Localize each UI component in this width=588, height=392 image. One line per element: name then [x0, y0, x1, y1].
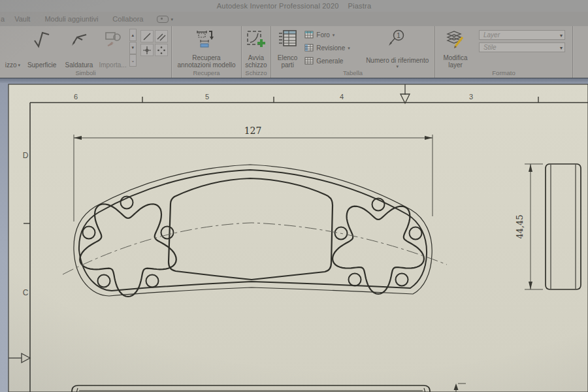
panel-label-formato[interactable]: Formato [435, 69, 572, 78]
surface-texture-icon [32, 29, 52, 49]
drawing-sheet [8, 84, 588, 392]
edit-layers-icon [445, 29, 466, 49]
ruler-left-zone-D: D [23, 151, 29, 160]
tab-collabora[interactable]: Collabora [105, 15, 150, 23]
centered-pattern-button[interactable] [155, 44, 168, 56]
start-sketch-icon [246, 29, 267, 49]
center-mark-icon [142, 46, 152, 55]
chevron-down-icon: ▾ [560, 45, 563, 51]
drawing-canvas[interactable]: 6 5 4 3 D C [0, 83, 588, 392]
panel-recupera: Recupera annotazioni modello Recupera [172, 26, 242, 78]
centerline-bisector-button[interactable] [155, 30, 168, 42]
modifica-layer-button[interactable]: Modifica layer [437, 27, 474, 69]
panel-formato: Modifica layer Layer ▾ Stile ▾ Formato [435, 26, 573, 78]
ribbon-empty-space [573, 26, 588, 78]
chevron-down-icon: ▾ [560, 33, 563, 39]
ribbon-bottom-strip [0, 78, 588, 83]
panel-label-schizzo[interactable]: Schizzo [242, 69, 270, 78]
centerline-button[interactable] [140, 30, 154, 42]
panel-schizzo: Avvia schizzo Schizzo [242, 26, 271, 78]
scroll-up-button[interactable]: ▴ [129, 29, 137, 41]
import-symbol-icon [103, 29, 123, 49]
centerline-tools-grid [140, 30, 168, 69]
ruler-top-zone-3: 3 [469, 93, 473, 101]
ribbon: izzo▾ Superficie Saldatura [0, 26, 588, 78]
foro-button[interactable]: Foro ▾ [303, 28, 362, 41]
tab-vault[interactable]: Vault [7, 15, 37, 23]
chevron-down-icon: ▾ [171, 17, 173, 22]
document-name: Piastra [348, 2, 372, 10]
ribbon-tab-bar: a Vault Moduli aggiuntivi Collabora ▾ [0, 12, 588, 26]
panel-label-tabella[interactable]: Tabella [271, 69, 434, 78]
chevron-down-icon: ▾ [18, 63, 20, 67]
dimension-width-text: 127 [244, 125, 262, 136]
table-buttons-stack: Foro ▾ Revisione ▾ [302, 27, 362, 69]
ruler-top-zone-4: 4 [340, 93, 344, 101]
revisione-button[interactable]: Revisione ▾ [303, 41, 362, 54]
recupera-annotazioni-button[interactable]: Recupera annotazioni modello [174, 27, 239, 69]
scroll-down-button[interactable]: ▾ [129, 42, 137, 54]
importa-button[interactable]: Importa... [97, 27, 127, 69]
revision-table-icon [304, 44, 314, 52]
line-icon [142, 32, 152, 41]
weld-symbol-icon [69, 29, 89, 49]
ribbon-display-options-icon [157, 16, 169, 23]
svg-text:1: 1 [397, 32, 400, 39]
sketch-symbol-label: izzo [5, 61, 17, 69]
parts-list-icon [278, 29, 297, 48]
balloon-icon: 1 [386, 29, 408, 48]
layer-dropdown[interactable]: Layer ▾ [479, 30, 565, 40]
double-line-icon [157, 32, 166, 41]
ruler-left-zone-C: C [23, 288, 29, 297]
tab-clipped[interactable]: a [0, 15, 7, 23]
title-bar: Autodesk Inventor Professional 2020 Pias… [0, 0, 588, 12]
stile-dropdown[interactable]: Stile ▾ [479, 42, 565, 52]
generale-button[interactable]: Generale [303, 54, 362, 67]
panel-label-recupera[interactable]: Recupera [172, 69, 241, 78]
panel-simboli: izzo▾ Superficie Saldatura [0, 26, 172, 78]
chevron-down-icon: ▾ [333, 33, 335, 37]
app-title: Autodesk Inventor Professional 2020 [217, 2, 339, 10]
panel-expand-button[interactable]: ⌄ [129, 54, 137, 67]
general-table-icon [304, 57, 314, 65]
ruler-top-zone-6: 6 [74, 93, 78, 101]
dimension-thickness-text: 44,45 [515, 214, 525, 238]
chevron-down-icon: ▾ [396, 64, 399, 69]
chevron-down-icon: ▾ [348, 46, 350, 50]
panel-label-simboli[interactable]: Simboli [0, 69, 171, 78]
hole-table-icon [304, 31, 314, 39]
ribbon-display-options-button[interactable]: ▾ [157, 16, 173, 23]
tab-moduli-aggiuntivi[interactable]: Moduli aggiuntivi [37, 15, 105, 23]
elenco-parti-button[interactable]: Elenco parti [273, 27, 302, 69]
ruler-top-zone-5: 5 [205, 93, 209, 101]
panel-tabella: Elenco parti Foro ▾ [271, 26, 435, 78]
panel-scroll-buttons: ▴ ▾ ⌄ [129, 29, 137, 67]
retrieve-annotations-icon [195, 29, 218, 49]
numero-riferimento-button[interactable]: 1 Numero di riferimento ▾ [362, 27, 433, 69]
avvia-schizzo-button[interactable]: Avvia schizzo [244, 27, 269, 69]
superficie-button[interactable]: Superficie [24, 27, 61, 69]
format-dropdowns: Layer ▾ Stile ▾ [474, 27, 569, 69]
dot-pattern-icon [157, 46, 166, 55]
sketch-symbol-button[interactable]: izzo▾ [2, 27, 24, 69]
saldatura-button[interactable]: Saldatura [61, 27, 98, 69]
center-mark-button[interactable] [140, 44, 154, 56]
